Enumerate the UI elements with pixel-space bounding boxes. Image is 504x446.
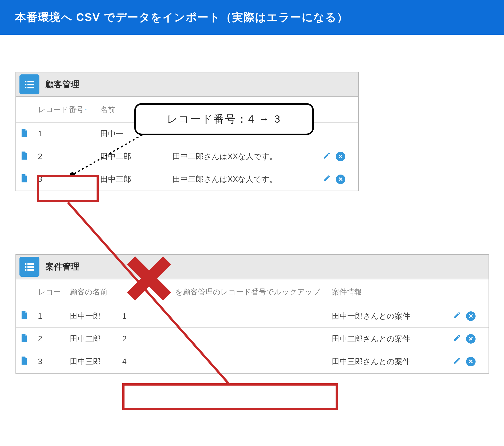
edit-icon[interactable] xyxy=(453,357,461,367)
cell-no: 1 xyxy=(33,305,65,328)
delete-icon[interactable]: ✕ xyxy=(466,334,476,344)
svg-rect-4 xyxy=(25,87,26,88)
cell-name: 田中二郎 xyxy=(65,328,118,350)
record-icon xyxy=(20,312,27,321)
col-record-short-label: レコー xyxy=(38,288,61,296)
col-case-info[interactable]: 案件情報 xyxy=(327,279,449,305)
svg-rect-0 xyxy=(25,81,26,82)
svg-rect-3 xyxy=(27,84,34,85)
col-icon xyxy=(16,279,33,305)
table-row[interactable]: 1 田中一郎 1 田中一郎さんとの案件 ✕ xyxy=(16,305,489,328)
col-case-info-label: 案件情報 xyxy=(332,288,362,296)
customer-panel-title: 顧客管理 xyxy=(45,79,79,90)
svg-rect-1 xyxy=(27,81,34,82)
table-row[interactable]: 3 田中三郎 4 田中三郎さんとの案件 ✕ xyxy=(16,350,489,373)
record-icon xyxy=(20,335,27,344)
col-record-no[interactable]: レコード番号↑ xyxy=(33,97,96,123)
col-name-label: 名前 xyxy=(100,105,115,114)
svg-rect-5 xyxy=(27,87,34,88)
table-row[interactable]: 2 田中二郎 田中二郎さんはXXな人です。 ✕ xyxy=(16,145,358,168)
cell-name: 田中二郎 xyxy=(96,145,168,168)
record-icon xyxy=(20,130,27,139)
col-customer-name-label: 顧客の名前 xyxy=(70,288,108,296)
delete-icon[interactable]: ✕ xyxy=(466,357,476,366)
cell-lookup[interactable]: 2 xyxy=(118,328,327,350)
record-icon xyxy=(20,153,27,162)
page-title: 本番環境へ CSV でデータをインポート（実際はエラーになる） xyxy=(0,0,504,35)
list-icon xyxy=(19,257,39,277)
case-table: レコー 顧客の名前 を顧客管理のレコード番号でルックアップ 案件情報 1 田中一… xyxy=(16,279,489,373)
col-record-short[interactable]: レコー xyxy=(33,279,65,305)
customer-panel-header: 顧客管理 xyxy=(16,72,358,97)
highlight-lookup-4 xyxy=(122,383,338,410)
svg-rect-11 xyxy=(27,269,34,271)
col-lookup-label: を顧客管理のレコード番号でルックアップ xyxy=(175,288,320,296)
cell-desc: 田中三郎さんはXXな人です。 xyxy=(168,168,318,191)
cell-case: 田中一郎さんとの案件 xyxy=(327,305,449,328)
callout-annotation: レコード番号：4 → 3 xyxy=(134,103,314,135)
cell-no: 2 xyxy=(33,145,96,168)
col-actions xyxy=(449,279,489,305)
sort-up-icon: ↑ xyxy=(85,106,88,114)
cell-name: 田中一郎 xyxy=(65,305,118,328)
cell-case: 田中三郎さんとの案件 xyxy=(327,350,449,373)
cell-no: 2 xyxy=(33,328,65,350)
table-row[interactable]: 3 田中三郎 田中三郎さんはXXな人です。 ✕ xyxy=(16,168,358,191)
col-customer-name[interactable]: 顧客の名前 xyxy=(65,279,118,305)
case-panel-header: 案件管理 xyxy=(16,255,489,279)
svg-rect-10 xyxy=(25,269,26,271)
callout-text: レコード番号：4 → 3 xyxy=(167,112,281,126)
cell-case: 田中二郎さんとの案件 xyxy=(327,328,449,350)
col-lookup[interactable]: を顧客管理のレコード番号でルックアップ xyxy=(118,279,327,305)
delete-icon[interactable]: ✕ xyxy=(336,175,345,184)
table-row[interactable]: 2 田中二郎 2 田中二郎さんとの案件 ✕ xyxy=(16,328,489,350)
record-icon xyxy=(20,176,27,184)
svg-rect-2 xyxy=(25,84,26,85)
case-panel-title: 案件管理 xyxy=(45,261,79,272)
edit-icon[interactable] xyxy=(453,334,461,344)
svg-rect-6 xyxy=(25,263,26,265)
col-actions xyxy=(318,97,358,123)
delete-icon[interactable]: ✕ xyxy=(466,311,476,321)
edit-icon[interactable] xyxy=(323,152,331,162)
col-record-no-label: レコード番号 xyxy=(38,105,84,114)
cell-no: 3 xyxy=(33,350,65,373)
cell-lookup[interactable]: 4 xyxy=(118,350,327,373)
cell-desc: 田中二郎さんはXXな人です。 xyxy=(168,145,318,168)
cell-no: 1 xyxy=(33,123,96,145)
delete-icon[interactable]: ✕ xyxy=(336,152,345,161)
svg-rect-7 xyxy=(27,263,34,265)
case-panel: 案件管理 レコー 顧客の名前 を顧客管理のレコード番号でルックアップ 案件情報 … xyxy=(15,254,489,374)
svg-rect-9 xyxy=(27,266,34,268)
connector-lines xyxy=(0,0,504,446)
page-title-text: 本番環境へ CSV でデータをインポート（実際はエラーになる） xyxy=(15,11,348,23)
cell-no: 3 xyxy=(33,168,96,191)
edit-icon[interactable] xyxy=(323,174,331,184)
record-icon xyxy=(20,358,27,367)
edit-icon[interactable] xyxy=(453,311,461,321)
svg-rect-8 xyxy=(25,266,26,268)
list-icon xyxy=(19,74,39,94)
cell-name: 田中三郎 xyxy=(65,350,118,373)
cell-name: 田中三郎 xyxy=(96,168,168,191)
col-icon xyxy=(16,97,33,123)
cell-lookup[interactable]: 1 xyxy=(118,305,327,328)
